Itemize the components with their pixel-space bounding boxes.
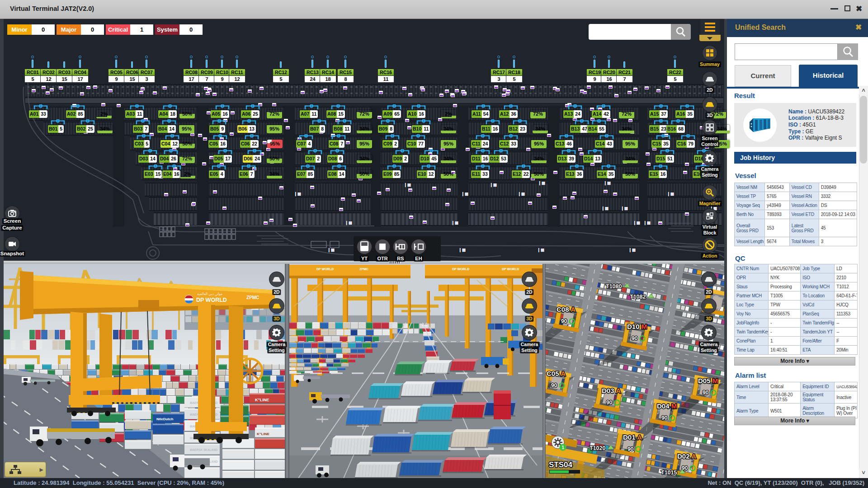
svg-text:NileDutch: NileDutch	[156, 417, 173, 421]
svg-text:DP WORLD: DP WORLD	[196, 297, 227, 303]
svg-text:T1020: T1020	[590, 445, 605, 451]
svg-text:D03 A: D03 A	[602, 387, 621, 394]
svg-text:90: 90	[551, 382, 557, 389]
svg-text:DP WORLD: DP WORLD	[452, 267, 469, 271]
svg-text:T1080: T1080	[606, 283, 622, 290]
svg-text:D02 A: D02 A	[677, 452, 696, 460]
svg-text:T1015: T1015	[661, 469, 677, 476]
svg-text:90: 90	[561, 318, 567, 324]
svg-text:D04 M: D04 M	[657, 402, 677, 410]
svg-text:T1082: T1082	[630, 294, 646, 300]
svg-text:C08 A: C08 A	[557, 305, 576, 313]
svg-text:K"LINE: K"LINE	[255, 398, 269, 402]
svg-text:C05 A: C05 A	[547, 370, 566, 377]
svg-text:90: 90	[627, 446, 634, 452]
svg-text:D01 A: D01 A	[623, 433, 642, 441]
svg-text:1: 1	[562, 445, 565, 450]
svg-text:D10 M: D10 M	[627, 323, 647, 330]
svg-text:ZPMC: ZPMC	[246, 295, 259, 300]
svg-text:ZPMC: ZPMC	[359, 267, 368, 271]
svg-text:STS04: STS04	[549, 460, 573, 469]
svg-text:DP WORLD: DP WORLD	[502, 267, 519, 271]
svg-text:90: 90	[703, 389, 709, 396]
svg-text:K"LINE: K"LINE	[257, 432, 269, 436]
svg-text:DP WORLD: DP WORLD	[316, 267, 334, 271]
svg-text:MAERSK SEALAND: MAERSK SEALAND	[190, 448, 218, 451]
svg-text:90: 90	[661, 415, 668, 421]
svg-text:موانؠ دبي العالمية: موانؠ دبي العالمية	[197, 292, 222, 296]
svg-text:D05 M: D05 M	[698, 377, 718, 385]
svg-text:90: 90	[632, 335, 638, 342]
svg-text:90: 90	[606, 399, 613, 406]
